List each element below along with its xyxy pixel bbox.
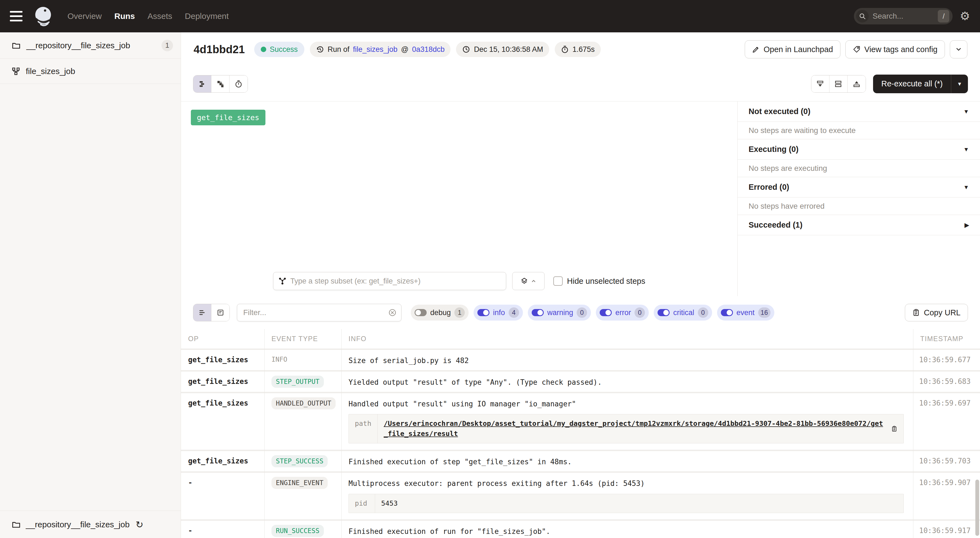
section-caption: No steps are waiting to execute <box>738 122 980 139</box>
sidebar-footer-repository[interactable]: __repository__file_sizes_job ↻ <box>0 511 181 538</box>
toggle-switch-icon <box>600 309 612 316</box>
nav-runs[interactable]: Runs <box>115 11 135 21</box>
reexecute-options-button[interactable]: ▾ <box>951 75 968 93</box>
output-path-link[interactable]: /Users/erincochran/Desktop/asset_tutoria… <box>383 419 887 439</box>
gantt-toolbar: Re-execute all (*) ▾ <box>181 66 980 102</box>
event-type-tag: ENGINE_EVENT <box>272 477 328 489</box>
log-row[interactable]: get_file_sizes STEP_SUCCESS Finished exe… <box>181 451 980 473</box>
status-dot-icon <box>261 47 266 52</box>
collapse-icon: ▼ <box>963 146 969 153</box>
list-view-icon <box>199 309 206 317</box>
structured-log-view-button[interactable] <box>193 304 212 321</box>
flat-gantt-icon <box>198 80 207 88</box>
log-filter-input[interactable] <box>243 308 388 317</box>
log-row[interactable]: get_file_sizes HANDLED_OUTPUT Handled ou… <box>181 393 980 451</box>
timer-icon <box>234 80 243 88</box>
toggle-debug[interactable]: debug 1 <box>411 305 469 320</box>
run-datetime: Dec 15, 10:36:58 AM <box>474 45 543 54</box>
log-op: get_file_sizes <box>181 455 264 465</box>
toggle-label: warning <box>547 309 573 317</box>
flat-gantt-view-button[interactable] <box>193 75 212 92</box>
section-errored[interactable]: Errored (0) ▼ <box>738 177 980 197</box>
view-tags-button[interactable]: View tags and config <box>845 40 945 59</box>
log-timestamp: 10:36:59.703 <box>913 455 980 465</box>
log-filter-box <box>237 304 401 322</box>
section-caption: No steps have errored <box>738 197 980 215</box>
open-launchpad-button[interactable]: Open in Launchpad <box>745 40 840 59</box>
collapse-top-panel-button[interactable] <box>848 75 865 92</box>
job-graph-icon <box>11 67 20 76</box>
log-row[interactable]: get_file_sizes STEP_OUTPUT Yielded outpu… <box>181 372 980 393</box>
sidebar-item-repository[interactable]: __repository__file_sizes_job 1 <box>0 32 181 59</box>
hide-unselected-label: Hide unselected steps <box>567 277 645 286</box>
raw-view-icon <box>216 309 224 317</box>
more-actions-button[interactable] <box>950 40 967 59</box>
nav-deployment[interactable]: Deployment <box>185 11 229 21</box>
dagster-app: Overview Runs Assets Deployment / ⚙ __re… <box>0 0 980 538</box>
dagster-logo-icon[interactable] <box>32 5 56 28</box>
toggle-count: 1 <box>454 307 465 318</box>
layers-icon <box>520 277 528 285</box>
toggle-error[interactable]: error 0 <box>596 305 649 320</box>
footer-repository-label: __repository__file_sizes_job <box>26 520 130 529</box>
log-scrollbar-thumb[interactable] <box>975 479 979 536</box>
hide-unselected-checkbox-row[interactable]: Hide unselected steps <box>553 276 645 286</box>
log-row[interactable]: - ENGINE_EVENT Multiprocess executor: pa… <box>181 473 980 521</box>
commit-link[interactable]: 0a318dcb <box>412 45 445 54</box>
stopwatch-icon <box>561 45 569 54</box>
reexecute-all-button[interactable]: Re-execute all (*) <box>873 75 951 93</box>
sidebar-job-label: file_sizes_job <box>26 67 173 76</box>
timing-view-button[interactable] <box>229 75 248 92</box>
nav-overview[interactable]: Overview <box>67 11 102 21</box>
open-launchpad-label: Open in Launchpad <box>764 45 833 54</box>
log-timestamp: 10:36:59.683 <box>913 376 980 385</box>
toggle-warning[interactable]: warning 0 <box>528 305 591 320</box>
toggle-label: event <box>737 309 755 317</box>
log-table-header: OP EVENT TYPE INFO TIMESTAMP <box>181 329 980 350</box>
status-label: Success <box>270 45 298 54</box>
clipboard-icon <box>912 309 920 317</box>
copy-path-icon[interactable] <box>891 425 897 433</box>
copy-url-button[interactable]: Copy URL <box>905 304 968 322</box>
section-not-executed[interactable]: Not executed (0) ▼ <box>738 102 980 122</box>
toggle-event[interactable]: event 16 <box>717 305 774 320</box>
run-of-prefix: Run of <box>328 45 350 54</box>
sidebar-item-job[interactable]: file_sizes_job <box>0 59 181 84</box>
log-timestamp: 10:36:59.697 <box>913 397 980 407</box>
step-chip-get-file-sizes[interactable]: get_file_sizes <box>191 110 266 125</box>
log-op: - <box>181 525 264 535</box>
step-subset-box <box>273 272 506 290</box>
reload-icon[interactable]: ↻ <box>136 519 144 530</box>
clear-filter-icon[interactable] <box>388 308 397 317</box>
copy-url-label: Copy URL <box>924 308 961 317</box>
top-nav: Overview Runs Assets Deployment / ⚙ <box>0 0 980 32</box>
split-panels-button[interactable] <box>829 75 848 92</box>
duration-pill: 1.675s <box>555 42 601 57</box>
hide-unselected-checkbox[interactable] <box>553 276 563 286</box>
log-row[interactable]: - RUN_SUCCESS Finished execution of run … <box>181 521 980 538</box>
section-succeeded[interactable]: Succeeded (1) ▶ <box>738 215 980 235</box>
collapse-bottom-panel-button[interactable] <box>811 75 829 92</box>
graph-query-options-button[interactable] <box>512 272 544 290</box>
step-subset-input[interactable] <box>290 277 501 285</box>
raw-log-view-button[interactable] <box>212 304 229 321</box>
pencil-icon <box>752 46 760 53</box>
view-tags-label: View tags and config <box>864 45 937 54</box>
toggle-info[interactable]: info 4 <box>474 305 523 320</box>
log-op: get_file_sizes <box>181 354 264 364</box>
job-link[interactable]: file_sizes_job <box>353 45 397 54</box>
menu-icon[interactable] <box>10 11 22 21</box>
log-info: Yielded output "result" of type "Any". (… <box>341 376 913 388</box>
run-id: 4d1bbd21 <box>194 43 245 56</box>
step-subset-bar: Hide unselected steps <box>181 272 737 290</box>
section-executing[interactable]: Executing (0) ▼ <box>738 139 980 159</box>
waterfall-gantt-view-button[interactable] <box>212 75 229 92</box>
log-table: OP EVENT TYPE INFO TIMESTAMP get_file_si… <box>181 329 980 538</box>
gear-icon[interactable]: ⚙ <box>960 10 970 22</box>
search-input[interactable] <box>872 12 934 21</box>
toggle-critical[interactable]: critical 0 <box>654 305 712 320</box>
log-row[interactable]: get_file_sizes INFO Size of serial_job.p… <box>181 350 980 372</box>
global-search[interactable]: / <box>854 8 953 24</box>
nav-assets[interactable]: Assets <box>148 11 172 21</box>
log-info: Size of serial_job.py is 482 <box>341 354 913 366</box>
